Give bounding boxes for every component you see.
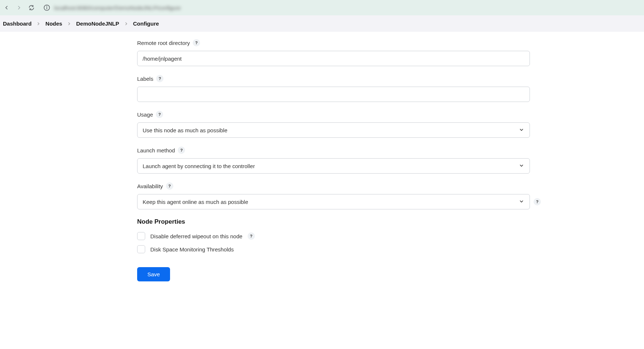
launch-method-field: Launch method ? Launch agent by connecti… (137, 147, 530, 174)
info-icon (43, 4, 50, 11)
help-icon[interactable]: ? (193, 39, 200, 46)
labels-input[interactable] (137, 87, 530, 102)
remote-root-field: Remote root directory ? (137, 39, 530, 66)
chevron-right-icon (36, 21, 41, 26)
chevron-right-icon (124, 21, 129, 26)
labels-field: Labels ? (137, 75, 530, 102)
launch-method-value: Launch agent by connecting it to the con… (143, 163, 255, 169)
help-icon[interactable]: ? (178, 147, 185, 154)
breadcrumb-configure[interactable]: Configure (133, 20, 159, 27)
availability-label: Availability (137, 183, 163, 189)
disk-space-row: Disk Space Monitoring Thresholds (137, 245, 530, 253)
usage-value: Use this node as much as possible (143, 127, 227, 133)
usage-label: Usage (137, 111, 153, 118)
back-button[interactable] (2, 3, 11, 12)
usage-field: Usage ? Use this node as much as possibl… (137, 111, 530, 138)
availability-field: Availability ? Keep this agent online as… (137, 182, 530, 209)
chevron-down-icon (519, 198, 524, 205)
browser-bar: localhost:8080/computer/DemoNodeJNLP/con… (0, 0, 644, 15)
save-button[interactable]: Save (137, 267, 170, 281)
configure-form: Remote root directory ? Labels ? Usage ?… (137, 32, 530, 296)
disk-space-checkbox[interactable] (137, 245, 145, 253)
help-icon[interactable]: ? (156, 75, 163, 82)
help-icon[interactable]: ? (166, 182, 173, 190)
breadcrumb: Dashboard Nodes DemoNodeJNLP Configure (0, 15, 644, 32)
breadcrumb-node[interactable]: DemoNodeJNLP (76, 20, 119, 27)
help-icon[interactable]: ? (248, 232, 255, 240)
breadcrumb-nodes[interactable]: Nodes (45, 20, 62, 27)
chevron-down-icon (519, 163, 524, 170)
usage-select[interactable]: Use this node as much as possible (137, 122, 530, 138)
remote-root-input[interactable] (137, 51, 530, 66)
availability-select[interactable]: Keep this agent online as much as possib… (137, 194, 530, 209)
forward-button[interactable] (15, 3, 23, 12)
labels-label: Labels (137, 76, 153, 82)
launch-method-select[interactable]: Launch agent by connecting it to the con… (137, 158, 530, 174)
launch-method-label: Launch method (137, 147, 175, 153)
url-bar[interactable]: localhost:8080/computer/DemoNodeJNLP/con… (39, 2, 642, 13)
help-icon[interactable]: ? (156, 111, 163, 118)
disk-space-label: Disk Space Monitoring Thresholds (150, 246, 234, 253)
disable-wipeout-checkbox[interactable] (137, 232, 145, 240)
remote-root-label: Remote root directory (137, 40, 190, 46)
breadcrumb-dashboard[interactable]: Dashboard (3, 20, 31, 27)
chevron-right-icon (67, 21, 72, 26)
svg-point-2 (47, 6, 47, 6)
url-text: localhost:8080/computer/DemoNodeJNLP/con… (54, 5, 181, 11)
disable-wipeout-row: Disable deferred wipeout on this node ? (137, 232, 530, 240)
refresh-button[interactable] (27, 3, 36, 12)
availability-value: Keep this agent online as much as possib… (143, 199, 248, 205)
disable-wipeout-label: Disable deferred wipeout on this node (150, 233, 242, 239)
help-icon[interactable]: ? (534, 198, 541, 205)
node-properties-heading: Node Properties (137, 218, 530, 225)
chevron-down-icon (519, 127, 524, 134)
